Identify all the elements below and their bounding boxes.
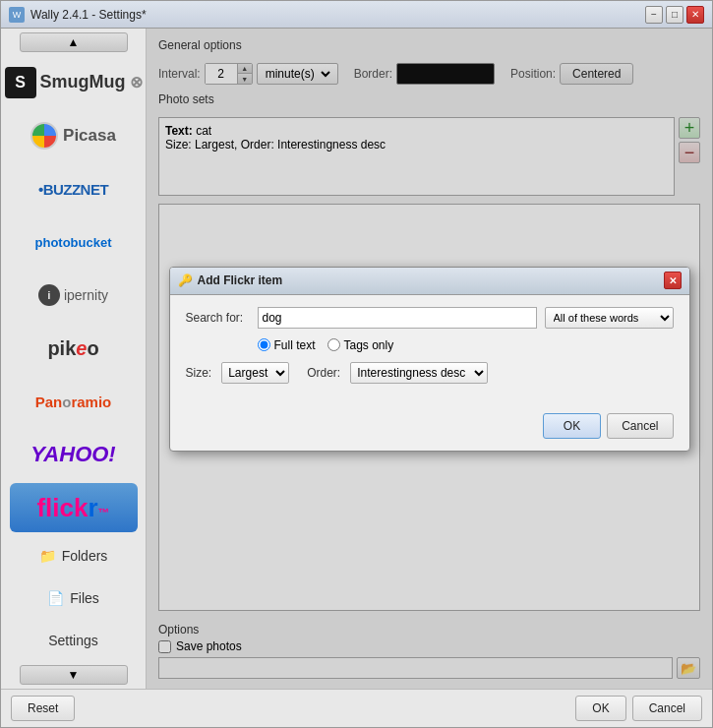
tags-only-radio[interactable] bbox=[327, 338, 340, 351]
panoramio-label: Panoramio bbox=[35, 394, 112, 410]
pikeo-label: pikeo bbox=[47, 337, 98, 360]
close-button[interactable]: ✕ bbox=[686, 6, 704, 24]
order-label: Order: bbox=[307, 366, 340, 380]
sidebar-item-ipernity[interactable]: i ipernity bbox=[15, 271, 133, 320]
photobucket-label: photobucket bbox=[35, 235, 112, 250]
search-type-radio-group: Full text Tags only bbox=[258, 338, 394, 352]
search-for-label: Search for: bbox=[186, 311, 250, 325]
window-title: Wally 2.4.1 - Settings* bbox=[30, 8, 645, 22]
ipernity-label: ipernity bbox=[64, 287, 108, 303]
dialog-close-button[interactable]: ✕ bbox=[664, 272, 682, 289]
minimize-button[interactable]: − bbox=[645, 6, 663, 24]
bottom-bar: Reset OK Cancel bbox=[1, 689, 712, 727]
full-text-radio[interactable] bbox=[258, 338, 270, 351]
size-select[interactable]: Small Medium Large Largest bbox=[221, 362, 289, 384]
size-label: Size: bbox=[186, 366, 212, 380]
search-input[interactable] bbox=[258, 307, 537, 329]
title-bar: W Wally 2.4.1 - Settings* − □ ✕ bbox=[1, 1, 712, 29]
ok-button[interactable]: OK bbox=[575, 696, 625, 721]
app-icon: W bbox=[9, 7, 25, 23]
modal-overlay: 🔑 Add Flickr item ✕ Search for: All of t… bbox=[147, 29, 712, 689]
files-icon: 📄 bbox=[47, 590, 64, 606]
flickr-label-blue: r bbox=[88, 493, 97, 522]
dialog-footer: OK Cancel bbox=[170, 405, 689, 451]
ok-cancel-group: OK Cancel bbox=[575, 696, 702, 721]
folders-label: Folders bbox=[62, 548, 108, 564]
sidebar-item-panoramio[interactable]: Panoramio bbox=[15, 377, 133, 426]
sidebar-scroll-up[interactable]: ▲ bbox=[20, 32, 128, 52]
add-flickr-dialog: 🔑 Add Flickr item ✕ Search for: All of t… bbox=[169, 267, 690, 452]
maximize-button[interactable]: □ bbox=[666, 6, 683, 24]
sidebar-item-buzznet[interactable]: •BUZZNET bbox=[15, 164, 133, 213]
files-label: Files bbox=[70, 590, 99, 606]
tags-only-label: Tags only bbox=[344, 338, 394, 352]
settings-label: Settings bbox=[48, 633, 98, 648]
buzznet-label: •BUZZNET bbox=[38, 181, 108, 198]
full-text-label: Full text bbox=[274, 338, 316, 352]
sidebar-item-yahoo[interactable]: YAHOO! bbox=[15, 430, 133, 479]
dialog-title-text: Add Flickr item bbox=[198, 273, 664, 287]
dialog-cancel-button[interactable]: Cancel bbox=[607, 413, 673, 439]
sidebar-item-photobucket[interactable]: photobucket bbox=[15, 217, 133, 267]
content-area: ▲ S SmugMug ⊗ Picasa •BUZZNET bbox=[1, 29, 712, 689]
title-bar-controls: − □ ✕ bbox=[645, 6, 704, 24]
tags-only-radio-label[interactable]: Tags only bbox=[327, 338, 394, 352]
search-type-select[interactable]: All of these words Any of these words th… bbox=[545, 307, 674, 329]
dialog-title-bar: 🔑 Add Flickr item ✕ bbox=[170, 268, 689, 295]
folders-icon: 📁 bbox=[39, 548, 56, 564]
chevron-up-icon: ▲ bbox=[68, 35, 80, 49]
picasa-label: Picasa bbox=[63, 126, 116, 146]
sidebar-scroll-down[interactable]: ▼ bbox=[20, 665, 128, 685]
sidebar-item-folders[interactable]: 📁 Folders bbox=[10, 534, 138, 576]
main-panel: General options Interval: ▲ ▼ minute(s) bbox=[147, 29, 712, 689]
reset-button[interactable]: Reset bbox=[11, 696, 75, 721]
smugmug-logo-icon: S bbox=[5, 67, 36, 98]
dialog-radio-row: Full text Tags only bbox=[186, 338, 674, 352]
dialog-ok-button[interactable]: OK bbox=[543, 413, 601, 439]
sidebar-item-smugmug[interactable]: S SmugMug ⊗ bbox=[15, 58, 133, 107]
sidebar-item-settings[interactable]: Settings bbox=[10, 619, 138, 661]
ipernity-logo-icon: i bbox=[38, 284, 60, 306]
dialog-body: Search for: All of these words Any of th… bbox=[170, 295, 689, 405]
sidebar-item-files[interactable]: 📄 Files bbox=[10, 576, 138, 619]
full-text-radio-label[interactable]: Full text bbox=[258, 338, 316, 352]
chevron-down-icon: ▼ bbox=[68, 668, 80, 682]
flickr-label-pink: flick bbox=[36, 493, 88, 522]
yahoo-label: YAHOO! bbox=[30, 442, 115, 467]
sidebar-item-pikeo[interactable]: pikeo bbox=[15, 324, 133, 373]
sidebar: ▲ S SmugMug ⊗ Picasa •BUZZNET bbox=[1, 29, 147, 689]
smugmug-label: SmugMug bbox=[40, 72, 126, 92]
sidebar-item-picasa[interactable]: Picasa bbox=[15, 111, 133, 160]
dialog-search-row: Search for: All of these words Any of th… bbox=[186, 307, 674, 329]
main-window: W Wally 2.4.1 - Settings* − □ ✕ ▲ S Smug… bbox=[0, 0, 713, 728]
dialog-size-order-row: Size: Small Medium Large Largest Order: … bbox=[186, 362, 674, 384]
dialog-title-icon: 🔑 bbox=[178, 273, 192, 287]
cancel-button[interactable]: Cancel bbox=[632, 696, 702, 721]
picasa-logo-icon bbox=[30, 122, 58, 150]
order-select[interactable]: Interestingness desc Interestingness asc… bbox=[350, 362, 488, 384]
sidebar-item-flickr[interactable]: flickr™ bbox=[10, 483, 138, 532]
